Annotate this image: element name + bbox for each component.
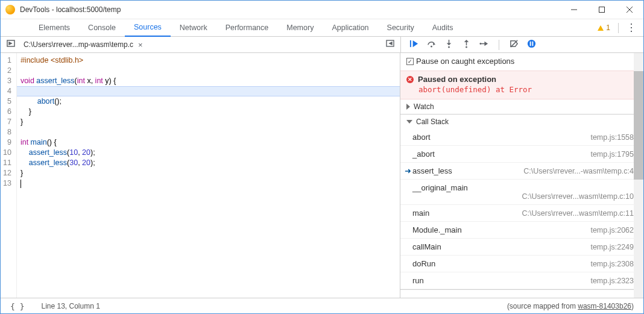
svg-marker-22 [484,41,488,46]
callstack-section-header[interactable]: Call Stack [400,115,643,129]
window-title: DevTools - localhost:5000/temp [20,5,121,14]
source-map-info: (source mapped from wasm-81403b26) [507,302,634,310]
callstack-frame[interactable]: _aborttemp.js:1795 [400,146,643,163]
callstack-frame[interactable]: aborttemp.js:1558 [400,129,643,146]
tab-security[interactable]: Security [378,19,423,37]
code-line[interactable] [21,127,400,137]
code-line[interactable]: void assert_less(int x, int y) { [21,76,400,86]
svg-marker-16 [447,43,452,45]
chevron-right-icon [406,104,410,110]
code-line[interactable] [21,66,400,76]
file-tab[interactable]: C:\Users\rrever...mp-wasm\temp.c × [24,40,143,49]
titlebar: DevTools - localhost:5000/temp [1,1,643,19]
code-line[interactable]: #include <stdlib.h> [21,55,400,66]
frame-name: main [412,209,429,218]
paused-banner: ✕Paused on exception abort(undefined) at… [400,71,643,99]
window-controls [560,1,643,19]
code-line[interactable]: assert_less(10, 20); [21,148,400,158]
cursor-position: Line 13, Column 1 [41,302,99,310]
callstack-frame[interactable]: mainC:\Users\rrever...wasm\temp.c:11 [400,205,643,222]
divider [499,40,499,50]
divider [618,23,619,33]
callstack-frame[interactable]: runtemp.js:2323 [400,272,643,289]
frame-location: temp.js:1795 [590,150,634,159]
tab-application[interactable]: Application [323,19,377,37]
source-map-link[interactable]: wasm-81403b26 [578,302,631,310]
code-line[interactable] [21,178,400,189]
devtools-icon [5,5,15,14]
pause-exceptions-button[interactable] [527,39,536,51]
scroll-thumb[interactable] [634,71,643,180]
frame-location: C:\Users\rrever...-wasm\temp.c:4 [523,167,634,175]
svg-marker-8 [9,42,11,45]
warning-icon [598,25,604,31]
line-gutter: 12345678910111213 [1,53,17,298]
close-tab-icon[interactable]: × [138,40,143,49]
svg-rect-11 [410,40,411,46]
frame-location: temp.js:2308 [590,260,634,268]
tab-memory[interactable]: Memory [277,19,323,37]
callstack-frame[interactable]: doRuntemp.js:2308 [400,256,643,272]
svg-marker-19 [464,39,469,42]
pause-message: abort(undefined) at Error [418,85,637,94]
snippets-toggle-icon[interactable] [386,39,394,50]
tab-network[interactable]: Network [171,19,216,37]
minimize-button[interactable] [560,1,588,19]
code-line[interactable]: } [21,168,400,178]
svg-point-23 [479,43,481,45]
error-icon: ✕ [406,76,414,83]
navigator-toggle-icon[interactable] [7,39,15,50]
step-over-button[interactable] [427,39,436,51]
debug-sidebar: ✓ Pause on caught exceptions ✕Paused on … [400,53,643,298]
step-button[interactable] [479,39,488,51]
svg-rect-26 [530,41,531,46]
chevron-down-icon [406,120,412,124]
scrollbar[interactable] [634,53,643,298]
checkbox-icon[interactable]: ✓ [406,58,414,65]
svg-rect-27 [532,41,533,46]
resume-button[interactable] [409,39,418,51]
step-out-button[interactable] [462,39,471,51]
frame-name: _abort [412,149,435,159]
code-line[interactable]: abort(); [21,96,400,107]
svg-rect-1 [599,7,605,13]
code-line[interactable]: assert_less(30, 20); [21,158,400,168]
paused-line-highlight [17,86,400,96]
svg-marker-10 [390,42,392,45]
frame-name: doRun [412,259,435,268]
frame-name: abort [412,133,431,142]
step-into-button[interactable] [444,39,453,51]
pretty-print-icon[interactable]: { } [10,302,24,311]
svg-point-25 [528,39,535,47]
frame-location: temp.js:2062 [590,226,634,234]
maximize-button[interactable] [588,1,616,19]
pause-on-caught-row[interactable]: ✓ Pause on caught exceptions [400,53,643,71]
frame-location: temp.js:2249 [590,243,634,251]
callstack-frame[interactable]: __original_mainC:\Users\rrever...wasm\te… [400,180,643,205]
svg-point-14 [431,45,432,47]
callstack-frame[interactable]: Module._maintemp.js:2062 [400,222,643,239]
frame-name: run [412,276,424,285]
warnings-badge[interactable]: 1 [598,24,610,32]
more-menu-icon[interactable]: ⋯ [625,22,639,33]
debug-toolbar [401,37,643,52]
frame-name: callMain [412,242,441,251]
watch-section-header[interactable]: Watch [400,99,643,114]
tab-performance[interactable]: Performance [216,19,278,37]
tab-elements[interactable]: Elements [30,19,79,37]
tab-sources[interactable]: Sources [125,19,171,37]
svg-point-20 [466,46,467,48]
code-editor[interactable]: 12345678910111213 #include <stdlib.h>voi… [1,53,400,298]
file-path: C:\Users\rrever...mp-wasm\temp.c [24,40,133,49]
code-line[interactable]: } [21,117,400,127]
tab-console[interactable]: Console [79,19,125,37]
svg-marker-12 [413,40,418,46]
deactivate-breakpoints-button[interactable] [510,39,519,51]
source-content[interactable]: #include <stdlib.h>void assert_less(int … [17,53,400,298]
code-line[interactable]: } [21,107,400,117]
close-button[interactable] [616,1,643,19]
code-line[interactable]: int main() { [21,137,400,148]
tab-audits[interactable]: Audits [423,19,462,37]
callstack-frame[interactable]: ➜assert_lessC:\Users\rrever...-wasm\temp… [400,163,643,180]
callstack-frame[interactable]: callMaintemp.js:2249 [400,239,643,256]
